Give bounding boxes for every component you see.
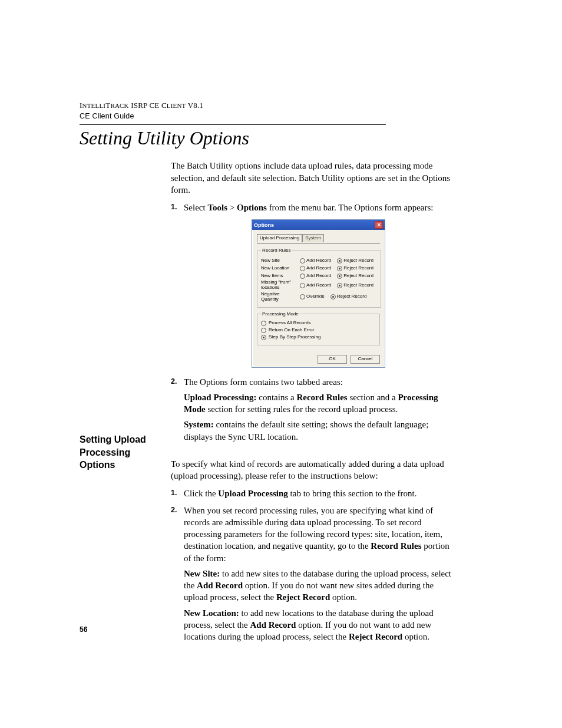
rule-row: New Items Add Record Reject Record xyxy=(261,273,377,279)
new-site-desc: New Site: to add new sites to the databa… xyxy=(184,568,454,604)
upload-processing-desc: Upload Processing: contains a Record Rul… xyxy=(184,391,454,416)
system-desc: System: contains the default site settin… xyxy=(184,419,454,443)
step-1: 1. Select Tools > Options from the menu … xyxy=(171,202,454,367)
tab-system[interactable]: System xyxy=(302,234,324,242)
mode-option[interactable]: Process All Records xyxy=(261,320,376,327)
mode-option[interactable]: Return On Each Error xyxy=(261,327,376,334)
running-header-sub: CE Client Guide xyxy=(80,112,134,120)
s2-step-1: 1. Click the Upload Processing tab to br… xyxy=(171,487,454,499)
tab-upload-processing[interactable]: Upload Processing xyxy=(257,234,302,242)
radio-add-record[interactable]: Add Record xyxy=(300,282,331,289)
mode-option[interactable]: Step By Step Processing xyxy=(261,334,376,341)
ok-button[interactable]: OK xyxy=(318,355,347,364)
radio-add-record[interactable]: Add Record xyxy=(300,265,331,272)
s2-step-2: 2. When you set record processing rules,… xyxy=(171,505,454,643)
close-icon[interactable]: ✕ xyxy=(375,221,383,229)
radio-reject-record[interactable]: Reject Record xyxy=(330,294,367,300)
dialog-titlebar: Options ✕ xyxy=(252,220,385,230)
section2-intro: To specify what kind of records are auto… xyxy=(171,458,454,482)
radio-add-record[interactable]: Add Record xyxy=(300,258,331,264)
rule-row: New Location Add Record Reject Record xyxy=(261,265,377,272)
step-2: 2. The Options form contains two tabbed … xyxy=(171,376,454,443)
new-location-desc: New Location: to add new locations to th… xyxy=(184,607,454,643)
intro-paragraph: The Batch Utility options include data u… xyxy=(171,160,454,196)
radio-add-record[interactable]: Add Record xyxy=(300,273,331,279)
rule-row: Negative Quantity Override Reject Record xyxy=(261,292,377,302)
running-header: INTELLITRACK ISRP CE CLIENT V8.1 CE Clie… xyxy=(80,100,482,121)
radio-reject-record[interactable]: Reject Record xyxy=(337,282,373,289)
radio-reject-record[interactable]: Reject Record xyxy=(337,273,373,279)
rule-row: Missing "from" locations Add Record Reje… xyxy=(261,280,377,291)
options-dialog-figure: Options ✕ Upload ProcessingSystem Record… xyxy=(252,219,454,367)
page-number: 56 xyxy=(80,625,87,634)
processing-mode-group: Processing Mode Process All Records Retu… xyxy=(257,311,380,345)
rule-row: New Site Add Record Reject Record xyxy=(261,258,377,264)
record-rules-group: Record Rules New Site Add Record Reject … xyxy=(257,248,381,307)
page-title: Setting Utility Options xyxy=(80,127,482,149)
dialog-title: Options xyxy=(254,222,274,229)
radio-reject-record[interactable]: Reject Record xyxy=(337,265,373,272)
header-rule xyxy=(80,124,386,125)
side-heading: Setting Upload Processing Options xyxy=(80,433,162,472)
radio-override[interactable]: Override xyxy=(300,294,325,300)
radio-reject-record[interactable]: Reject Record xyxy=(337,258,373,264)
cancel-button[interactable]: Cancel xyxy=(351,355,380,364)
